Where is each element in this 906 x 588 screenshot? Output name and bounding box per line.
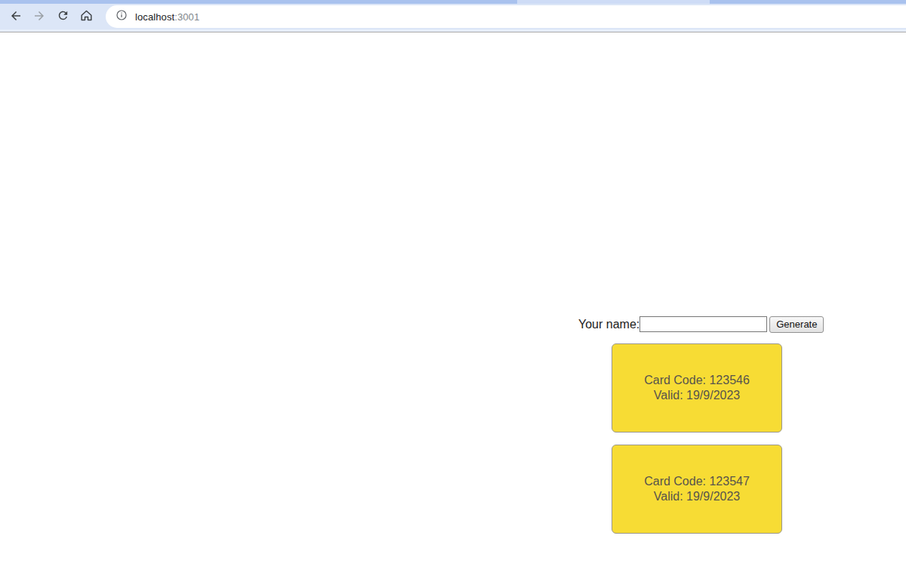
reload-button[interactable] [52,6,73,27]
gift-card: Card Code: 123547 Valid: 19/9/2023 [612,445,782,534]
name-input[interactable] [639,316,767,332]
reload-icon [57,9,69,24]
site-info-icon[interactable] [116,9,128,24]
forward-button[interactable] [29,6,50,27]
home-icon [79,8,94,25]
card-valid-text: Valid: 19/9/2023 [654,388,740,403]
url-host: localhost [135,11,174,23]
name-label: Your name: [578,318,639,331]
name-form: Your name: Generate [578,316,824,333]
card-list: Card Code: 123546 Valid: 19/9/2023 Card … [612,343,782,534]
url-text[interactable]: localhost:3001 [135,11,199,23]
home-button[interactable] [76,6,97,27]
browser-toolbar: localhost:3001 [0,4,906,29]
card-code-text: Card Code: 123546 [644,373,750,388]
card-valid-text: Valid: 19/9/2023 [654,489,740,504]
generate-button[interactable]: Generate [769,316,824,333]
page-content: Your name: Generate Card Code: 123546 Va… [0,32,906,588]
url-port: :3001 [174,11,199,23]
browser-window: localhost:3001 [0,0,906,32]
arrow-left-icon [9,9,23,25]
back-button[interactable] [5,6,26,27]
address-bar[interactable]: localhost:3001 [106,5,906,28]
gift-card: Card Code: 123546 Valid: 19/9/2023 [612,343,782,433]
card-code-text: Card Code: 123547 [644,474,750,489]
arrow-right-icon [32,9,46,25]
